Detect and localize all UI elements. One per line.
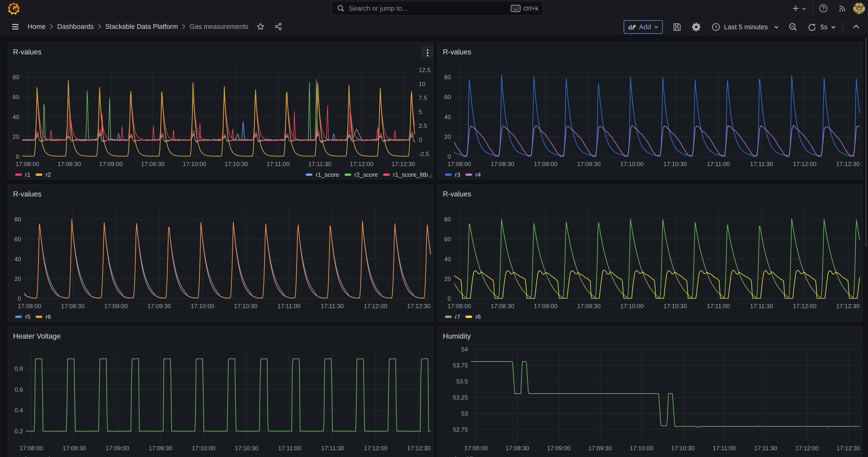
svg-text:60: 60: [12, 93, 19, 100]
svg-text:17:09:00: 17:09:00: [105, 445, 129, 452]
svg-text:17:12:00: 17:12:00: [793, 160, 816, 167]
svg-text:17:08:00: 17:08:00: [20, 445, 43, 452]
svg-text:17:10:30: 17:10:30: [663, 303, 687, 309]
svg-text:53: 53: [461, 410, 468, 417]
svg-text:80: 80: [14, 216, 21, 223]
svg-text:17:10:00: 17:10:00: [192, 445, 215, 452]
svg-text:53.25: 53.25: [453, 394, 468, 401]
svg-text:17:10:30: 17:10:30: [235, 445, 258, 452]
svg-text:0: 0: [16, 153, 19, 160]
svg-text:10: 10: [418, 81, 425, 87]
svg-text:0: 0: [448, 295, 451, 302]
svg-text:17:09:00: 17:09:00: [534, 303, 557, 309]
svg-text:20: 20: [444, 133, 451, 140]
svg-text:0: 0: [418, 136, 422, 143]
svg-text:17:11:30: 17:11:30: [754, 445, 777, 452]
svg-text:0.4: 0.4: [14, 407, 23, 414]
svg-text:17:08:30: 17:08:30: [63, 445, 86, 452]
svg-text:17:09:00: 17:09:00: [99, 160, 123, 167]
svg-text:17:12:00: 17:12:00: [364, 445, 388, 452]
svg-text:17:11:30: 17:11:30: [321, 445, 344, 452]
svg-text:17:12:00: 17:12:00: [350, 160, 373, 167]
svg-text:17:10:00: 17:10:00: [620, 160, 644, 167]
svg-text:52.75: 52.75: [453, 426, 468, 433]
svg-text:17:12:00: 17:12:00: [364, 303, 387, 309]
svg-text:17:09:00: 17:09:00: [534, 160, 557, 167]
svg-text:40: 40: [12, 114, 19, 120]
svg-text:40: 40: [14, 255, 21, 263]
svg-text:17:11:30: 17:11:30: [750, 160, 773, 167]
svg-text:17:09:00: 17:09:00: [104, 303, 128, 309]
svg-text:7.5: 7.5: [418, 94, 427, 101]
svg-text:17:08:00: 17:08:00: [18, 303, 41, 309]
svg-text:17:08:30: 17:08:30: [57, 160, 81, 167]
svg-text:17:11:00: 17:11:00: [713, 445, 736, 452]
svg-text:0.8: 0.8: [14, 365, 23, 372]
svg-text:17:12:30: 17:12:30: [836, 303, 860, 309]
svg-text:17:12:00: 17:12:00: [793, 303, 816, 309]
svg-text:17:10:30: 17:10:30: [234, 303, 257, 309]
svg-text:0.2: 0.2: [14, 428, 23, 435]
svg-text:17:08:30: 17:08:30: [505, 445, 529, 452]
svg-text:60: 60: [444, 236, 451, 243]
svg-text:17:11:00: 17:11:00: [278, 303, 301, 309]
svg-text:17:12:00: 17:12:00: [795, 445, 819, 452]
svg-text:17:10:30: 17:10:30: [224, 160, 248, 167]
svg-text:17:09:30: 17:09:30: [147, 303, 171, 309]
svg-text:17:09:00: 17:09:00: [547, 445, 570, 452]
svg-text:2.5: 2.5: [418, 122, 427, 129]
svg-text:60: 60: [14, 236, 21, 243]
svg-text:17:09:30: 17:09:30: [588, 445, 612, 452]
svg-text:0: 0: [448, 153, 451, 160]
svg-text:17:08:30: 17:08:30: [61, 303, 84, 309]
svg-text:17:10:00: 17:10:00: [630, 445, 653, 452]
svg-text:17:11:00: 17:11:00: [267, 160, 289, 167]
svg-text:17:11:00: 17:11:00: [707, 160, 730, 167]
svg-text:17:12:30: 17:12:30: [392, 160, 415, 167]
svg-text:17:11:00: 17:11:00: [707, 303, 730, 309]
svg-text:17:10:00: 17:10:00: [620, 303, 644, 309]
svg-text:12.5: 12.5: [418, 66, 431, 73]
svg-text:17:12:30: 17:12:30: [407, 303, 431, 309]
svg-text:17:10:00: 17:10:00: [191, 303, 214, 309]
svg-text:40: 40: [444, 114, 451, 120]
svg-text:0: 0: [18, 295, 21, 302]
svg-text:17:09:30: 17:09:30: [141, 160, 164, 167]
svg-text:17:08:00: 17:08:00: [464, 445, 488, 452]
svg-text:60: 60: [444, 93, 451, 100]
svg-text:17:09:30: 17:09:30: [577, 303, 600, 309]
svg-text:-2.5: -2.5: [418, 150, 429, 157]
svg-text:17:09:30: 17:09:30: [577, 160, 600, 167]
svg-text:40: 40: [444, 255, 451, 263]
svg-text:17:08:00: 17:08:00: [447, 160, 471, 167]
svg-text:17:11:30: 17:11:30: [321, 303, 344, 309]
svg-text:17:11:30: 17:11:30: [750, 303, 773, 309]
svg-text:17:12:30: 17:12:30: [837, 445, 860, 452]
svg-text:80: 80: [444, 216, 451, 223]
svg-text:17:11:30: 17:11:30: [308, 160, 331, 167]
svg-text:17:08:00: 17:08:00: [447, 303, 471, 309]
svg-text:17:10:30: 17:10:30: [663, 160, 687, 167]
svg-text:53.5: 53.5: [456, 378, 468, 385]
svg-text:20: 20: [444, 275, 451, 282]
svg-text:80: 80: [12, 74, 19, 81]
svg-text:17:08:00: 17:08:00: [16, 160, 39, 167]
svg-text:17:10:00: 17:10:00: [183, 160, 206, 167]
svg-text:20: 20: [14, 275, 21, 282]
svg-text:0.6: 0.6: [14, 386, 23, 393]
svg-text:17:11:00: 17:11:00: [278, 445, 301, 452]
svg-text:17:10:30: 17:10:30: [671, 445, 694, 452]
svg-text:54: 54: [461, 346, 468, 353]
svg-text:5: 5: [418, 109, 422, 115]
svg-text:17:12:30: 17:12:30: [407, 445, 431, 452]
svg-text:17:08:30: 17:08:30: [491, 160, 514, 167]
svg-text:20: 20: [12, 133, 19, 140]
svg-text:17:09:30: 17:09:30: [149, 445, 172, 452]
svg-text:53.75: 53.75: [453, 362, 468, 369]
svg-text:17:08:30: 17:08:30: [491, 303, 514, 309]
svg-text:17:12:30: 17:12:30: [836, 160, 860, 167]
svg-text:80: 80: [444, 74, 451, 81]
